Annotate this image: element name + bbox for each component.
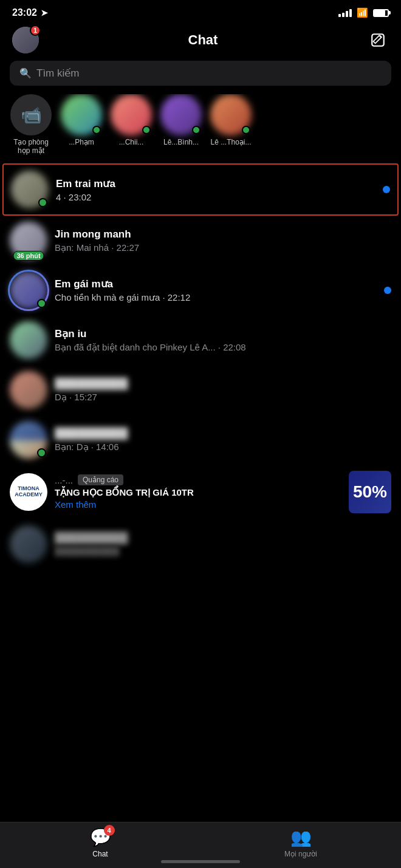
online-indicator bbox=[242, 126, 250, 134]
chat-preview: Bạn đã đặt biệt danh cho Pinkey Lê A... … bbox=[55, 342, 384, 353]
online-indicator bbox=[37, 448, 46, 457]
location-icon: ➤ bbox=[41, 8, 48, 18]
ad-image: 50% bbox=[349, 471, 391, 513]
page-title: Chat bbox=[188, 32, 218, 48]
chat-item-jin-mong-manh[interactable]: 36 phút Jin mong manh Bạn: Mai nhá · 22:… bbox=[0, 216, 401, 265]
chat-preview: Bạn: Mai nhá · 22:27 bbox=[55, 242, 384, 253]
ad-see-more-button[interactable]: Xem thêm bbox=[55, 499, 341, 510]
chat-preview: Cho tiền kh mà e gái mưa · 22:12 bbox=[55, 292, 377, 303]
ad-logo: TIMONAACADEMY bbox=[10, 473, 47, 511]
chat-name: ██████████ bbox=[55, 428, 384, 440]
compose-icon-svg bbox=[370, 32, 386, 48]
chat-name: Bạn iu bbox=[55, 327, 384, 340]
status-bar: 23:02 ➤ 📶 bbox=[0, 0, 401, 22]
ad-image-text: 50% bbox=[353, 482, 387, 502]
chat-item-ban-iu[interactable]: Bạn iu Bạn đã đặt biệt danh cho Pinkey L… bbox=[0, 315, 401, 365]
ad-name: ...-... bbox=[55, 475, 73, 485]
ad-logo-text: TIMONAACADEMY bbox=[15, 486, 43, 498]
stories-row: 📹 Tạo phòng họp mặt ...Phạm ...Chii... bbox=[0, 94, 401, 163]
story-item-2[interactable]: ...Chii... bbox=[111, 94, 152, 155]
chat-item-blurred-6[interactable]: ██████████ Bạn: Dạ · 14:06 bbox=[0, 415, 401, 465]
online-indicator bbox=[37, 299, 46, 308]
chat-name: ██████████ bbox=[55, 378, 384, 390]
story-item-4[interactable]: Lê ...Thoại... bbox=[210, 94, 252, 155]
chat-name: ██████████ bbox=[55, 532, 391, 544]
status-time: 23:02 bbox=[12, 7, 37, 18]
chat-tab-icon: 💬 4 bbox=[90, 827, 111, 847]
status-icons: 📶 bbox=[338, 7, 389, 18]
chat-preview: ██████████ bbox=[55, 546, 391, 556]
chat-item-em-gai-mua[interactable]: Em gái mưa Cho tiền kh mà e gái mưa · 22… bbox=[0, 265, 401, 315]
story-name: ...Chii... bbox=[119, 138, 144, 146]
chat-item-blurred-7[interactable]: ██████████ ██████████ bbox=[0, 519, 401, 569]
story-item-3[interactable]: Lê...Bình... bbox=[160, 94, 202, 155]
timer-badge: 36 phút bbox=[13, 251, 44, 261]
chat-name: Em gái mưa bbox=[55, 278, 377, 290]
create-room-button[interactable]: 📹 Tạo phòng họp mặt bbox=[10, 94, 52, 155]
header: 1 Chat bbox=[0, 22, 401, 61]
chat-item-em-trai-mua[interactable]: Em trai mưa 4 · 23:02 bbox=[2, 163, 399, 216]
ad-title: TẶNG HỌC BỔNG TRỊ GIÁ 10TR bbox=[55, 487, 341, 498]
notification-badge: 1 bbox=[30, 25, 41, 36]
signal-icon bbox=[338, 9, 352, 17]
story-name: Lê...Bình... bbox=[163, 138, 199, 146]
chat-preview: 4 · 23:02 bbox=[56, 192, 375, 202]
compose-button[interactable] bbox=[367, 29, 389, 51]
profile-avatar-button[interactable]: 1 bbox=[12, 27, 39, 53]
home-indicator bbox=[161, 860, 240, 863]
story-name: ...Phạm bbox=[69, 138, 94, 146]
search-bar[interactable]: 🔍 Tìm kiếm bbox=[10, 61, 391, 86]
ad-item-timona[interactable]: TIMONAACADEMY ...-... Quảng cáo TẶNG HỌC… bbox=[0, 465, 401, 519]
chat-preview: Dạ · 15:27 bbox=[55, 392, 384, 403]
battery-icon bbox=[373, 9, 389, 17]
create-room-label: Tạo phòng họp mặt bbox=[10, 138, 52, 155]
unread-dot bbox=[383, 186, 390, 193]
people-tab-label: Mọi người bbox=[284, 850, 317, 858]
wifi-icon: 📶 bbox=[357, 7, 368, 18]
chat-name: Em trai mưa bbox=[56, 177, 375, 190]
chat-preview: Bạn: Dạ · 14:06 bbox=[55, 442, 384, 453]
chat-tab-badge: 4 bbox=[104, 825, 115, 836]
chat-tab-label: Chat bbox=[92, 850, 108, 858]
online-indicator bbox=[142, 126, 151, 134]
status-time-area: 23:02 ➤ bbox=[12, 7, 48, 18]
people-tab-icon: 👥 bbox=[290, 827, 312, 847]
unread-dot bbox=[384, 287, 391, 294]
chat-name: Jin mong manh bbox=[55, 228, 384, 241]
story-item-1[interactable]: ...Phạm bbox=[61, 94, 102, 155]
chat-list: Em trai mưa 4 · 23:02 36 phút Jin mong m… bbox=[0, 163, 401, 569]
online-indicator bbox=[92, 126, 101, 134]
chat-item-blurred-5[interactable]: ██████████ Dạ · 15:27 bbox=[0, 365, 401, 415]
search-placeholder: Tìm kiếm bbox=[36, 67, 79, 80]
search-icon: 🔍 bbox=[19, 67, 32, 79]
online-indicator bbox=[192, 126, 200, 134]
online-indicator bbox=[38, 198, 47, 207]
story-name: Lê ...Thoại... bbox=[210, 138, 251, 146]
ad-badge: Quảng cáo bbox=[78, 474, 123, 485]
